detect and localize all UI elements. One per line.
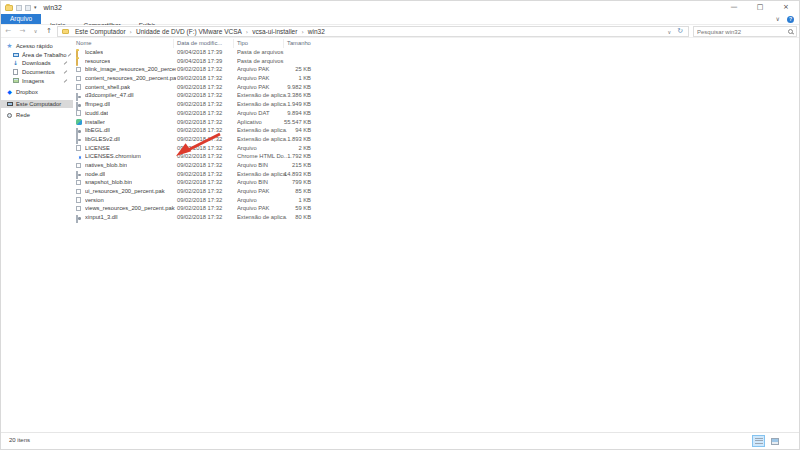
file-row-license[interactable]: LICENSE 09/02/2018 17:32 Arquivo 2 KB	[73, 144, 799, 153]
file-row-node-dll[interactable]: node.dll 09/02/2018 17:32 Extensão de ap…	[73, 170, 799, 179]
file-row-version[interactable]: version 09/02/2018 17:32 Arquivo 1 KB	[73, 196, 799, 205]
file-row-d3dcompiler-47-dll[interactable]: d3dcompiler_47.dll 09/02/2018 17:32 Exte…	[73, 91, 799, 100]
window-title: win32	[44, 4, 62, 11]
file-row-resources[interactable]: resources 09/04/2018 17:39 Pasta de arqu…	[73, 57, 799, 66]
column-header-tipo[interactable]: Tipo	[237, 39, 284, 48]
documents-icon	[12, 69, 19, 75]
file-row-snapshot-blob-bin[interactable]: snapshot_blob.bin 09/02/2018 17:32 Arqui…	[73, 178, 799, 187]
dll-icon	[76, 215, 78, 223]
qat-button-icon[interactable]	[25, 5, 31, 11]
pin-icon	[64, 70, 68, 74]
downloads-icon: ↓	[12, 60, 19, 66]
search-input[interactable]	[694, 29, 788, 35]
file-icon	[76, 67, 81, 73]
breadcrumb-segment-win32[interactable]: win32	[305, 28, 328, 35]
computer-icon	[6, 102, 13, 107]
thumbnails-view-icon	[771, 438, 779, 445]
file-row-content-resources-200-percent-pak[interactable]: content_resources_200_percent.pak 09/02/…	[73, 74, 799, 83]
column-header-data-de-modific[interactable]: Data de modific...	[177, 39, 234, 48]
help-icon[interactable]: ?	[787, 16, 794, 23]
network-icon	[6, 113, 13, 118]
sidebar-item-este-computador[interactable]: Este Computador	[1, 100, 73, 109]
column-headers: NomeData de modific...TipoTamanho	[73, 39, 799, 48]
file-row-locales[interactable]: locales 09/04/2018 17:39 Pasta de arquiv…	[73, 48, 799, 57]
file-row-ffmpeg-dll[interactable]: ffmpeg.dll 09/02/2018 17:32 Extensão de …	[73, 100, 799, 109]
file-row-ui-resources-200-percent-pak[interactable]: ui_resources_200_percent.pak 09/02/2018 …	[73, 187, 799, 196]
address-folder-icon	[62, 29, 69, 34]
sidebar-item-rede[interactable]: Rede	[1, 111, 73, 120]
view-toggles	[752, 435, 781, 447]
back-icon[interactable]: ←	[5, 28, 11, 35]
maximize-button[interactable]: □	[747, 1, 773, 14]
file-row-content-shell-pak[interactable]: content_shell.pak 09/02/2018 17:32 Arqui…	[73, 83, 799, 92]
items-count: 20 itens	[9, 437, 30, 443]
desktop-icon	[12, 53, 19, 58]
file-icon	[76, 84, 81, 90]
search-box	[693, 26, 797, 37]
file-row-xinput1-3-dll[interactable]: xinput1_3.dll 09/02/2018 17:32 Extensão …	[73, 213, 799, 222]
file-icon	[76, 145, 81, 151]
column-header-nome[interactable]: Nome	[76, 39, 174, 48]
sidebar-item-documentos[interactable]: Documentos	[1, 68, 73, 77]
recent-locations-icon[interactable]: ∨	[34, 29, 38, 34]
file-row-libglesv2-dll[interactable]: libGLESv2.dll 09/02/2018 17:32 Extensão …	[73, 135, 799, 144]
dropbox-icon: ◆	[6, 89, 13, 95]
sidebar-item-acesso-rapido[interactable]: ★ Acesso rápido	[1, 42, 73, 51]
thumbnails-view-button[interactable]	[768, 435, 781, 447]
file-row-installer[interactable]: installer 09/02/2018 17:32 Aplicativo 55…	[73, 118, 799, 127]
main-area: ★ Acesso rápido Área de Trabalho ↓ Downl…	[1, 38, 799, 432]
file-icon	[76, 206, 81, 212]
sidebar-item-downloads[interactable]: ↓ Downloads	[1, 59, 73, 68]
explorer-folder-icon	[5, 5, 13, 11]
pin-icon	[64, 79, 68, 83]
file-row-blink-image-resources-200-percent-pak[interactable]: blink_image_resources_200_percent.pak 09…	[73, 65, 799, 74]
breadcrumb-segment-unidade-de-dvd-f-vmware-vcsa[interactable]: Unidade de DVD (F:) VMware VCSA	[133, 28, 245, 35]
collapse-ribbon-icon[interactable]: ∨	[776, 16, 780, 22]
navigation-buttons: ← → ∨ ↑	[1, 25, 56, 38]
file-icon	[76, 180, 81, 186]
qat-customize-dropdown-icon[interactable]: ▾	[34, 5, 37, 10]
column-header-tamanho[interactable]: Tamanho	[287, 39, 313, 48]
file-icon	[76, 197, 81, 203]
sidebar-item-area-de-trabalho[interactable]: Área de Trabalho	[1, 51, 73, 60]
search-icon[interactable]	[788, 29, 793, 34]
pin-icon	[68, 53, 72, 57]
up-icon[interactable]: ↑	[46, 28, 52, 35]
breadcrumb-segment-vcsa-ui-installer[interactable]: vcsa-ui-installer	[249, 28, 300, 35]
file-list-area: NomeData de modific...TipoTamanho locale…	[73, 38, 799, 432]
breadcrumb[interactable]: Este Computador›Unidade de DVD (F:) VMwa…	[57, 26, 689, 37]
quick-access-toolbar: ▾ win32	[5, 3, 62, 12]
file-rows: locales 09/04/2018 17:39 Pasta de arquiv…	[73, 48, 799, 222]
title-bar: ▾ win32 — □ ×	[1, 1, 799, 14]
star-icon: ★	[6, 43, 13, 50]
file-icon	[76, 189, 81, 195]
file-row-views-resources-200-percent-pak[interactable]: views_resources_200_percent.pak 09/02/20…	[73, 204, 799, 213]
forward-icon[interactable]: →	[20, 28, 26, 35]
ribbon-tab-bar: Arquivo InícioCompartilharExibir ∨ ?	[1, 14, 799, 25]
sidebar-item-imagens[interactable]: Imagens	[1, 76, 73, 85]
pictures-icon	[12, 78, 19, 83]
navigation-pane: ★ Acesso rápido Área de Trabalho ↓ Downl…	[1, 38, 73, 432]
file-row-icudtl-dat[interactable]: icudtl.dat 09/02/2018 17:32 Arquivo DAT …	[73, 109, 799, 118]
sidebar-item-dropbox[interactable]: ◆ Dropbox	[1, 88, 73, 97]
file-icon	[76, 76, 81, 82]
status-bar: 20 itens	[1, 432, 799, 449]
file-icon	[76, 110, 81, 116]
minimize-button[interactable]: —	[721, 1, 747, 14]
breadcrumb-segment-este-computador[interactable]: Este Computador	[72, 28, 129, 35]
address-bar-row: ← → ∨ ↑ Este Computador›Unidade de DVD (…	[1, 25, 799, 38]
window-controls: — □ ×	[721, 1, 799, 14]
file-row-natives-blob-bin[interactable]: natives_blob.bin 09/02/2018 17:32 Arquiv…	[73, 161, 799, 170]
details-view-button[interactable]	[752, 435, 765, 447]
details-view-icon	[755, 438, 763, 445]
tab-arquivo[interactable]: Arquivo	[1, 14, 41, 24]
refresh-icon[interactable]: ↻	[677, 28, 683, 35]
explorer-window: { "window": { "title": "win32" }, "icons…	[0, 0, 800, 450]
file-row-licenses-chromium[interactable]: LICENSES.chromium 09/02/2018 17:32 Chrom…	[73, 152, 799, 161]
address-dropdown-icon[interactable]: ∨	[667, 29, 671, 35]
file-row-libegl-dll[interactable]: libEGL.dll 09/02/2018 17:32 Extensão de …	[73, 126, 799, 135]
pin-icon	[64, 62, 68, 66]
close-button[interactable]: ×	[773, 1, 799, 14]
file-icon	[76, 163, 81, 169]
qat-button-icon[interactable]	[16, 5, 22, 11]
